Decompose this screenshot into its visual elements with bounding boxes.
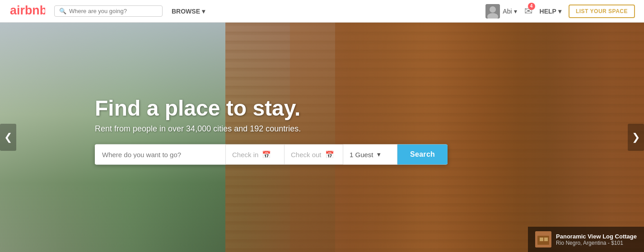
search-form: Check in 📅 Check out 📅 1 Guest ▾ Search (95, 144, 448, 164)
checkin-field[interactable]: Check in 📅 (226, 144, 285, 164)
help-chevron-icon: ▾ (558, 8, 561, 15)
checkin-label: Check in (232, 150, 258, 158)
hero-section: ❮ ❯ Find a place to stay. Rent from peop… (0, 23, 644, 252)
navbar: airbnb 🔍 BROWSE ▾ Abi ▾ ✉ 4 (0, 0, 644, 23)
prev-slide-button[interactable]: ❮ (0, 124, 16, 151)
checkin-calendar-icon: 📅 (262, 150, 271, 159)
guest-label: 1 Guest (350, 150, 373, 158)
svg-rect-7 (544, 238, 548, 241)
caption-text: Panoramic View Log Cottage Rio Negro, Ar… (556, 233, 637, 246)
navbar-search-input[interactable] (69, 8, 158, 14)
browse-label: BROWSE (172, 8, 200, 15)
user-chevron-icon: ▾ (514, 8, 517, 15)
user-name-label: Abi ▾ (503, 8, 517, 15)
checkout-label: Check out (291, 150, 322, 158)
search-icon: 🔍 (59, 8, 66, 14)
right-arrow-icon: ❯ (632, 131, 640, 143)
svg-text:airbnb: airbnb (10, 4, 45, 17)
navbar-search-bar[interactable]: 🔍 (54, 5, 163, 17)
browse-chevron-icon: ▾ (202, 8, 205, 15)
property-location-price: Rio Negro, Argentina - $101 (556, 240, 637, 246)
checkout-calendar-icon: 📅 (325, 150, 334, 159)
help-button[interactable]: HELP ▾ (540, 8, 561, 15)
logo[interactable]: airbnb (9, 4, 45, 19)
search-button[interactable]: Search (397, 144, 448, 164)
hero-title: Find a place to stay. (95, 97, 448, 121)
checkout-field[interactable]: Check out 📅 (285, 144, 343, 164)
svg-rect-6 (540, 238, 543, 241)
nav-right: Abi ▾ ✉ 4 HELP ▾ LIST YOUR SPACE (485, 4, 635, 19)
left-arrow-icon: ❮ (4, 131, 12, 143)
svg-point-2 (490, 6, 496, 13)
browse-button[interactable]: BROWSE ▾ (172, 8, 205, 15)
user-menu[interactable]: Abi ▾ (485, 4, 517, 19)
avatar (485, 4, 500, 19)
guest-selector[interactable]: 1 Guest ▾ (343, 144, 397, 164)
property-name: Panoramic View Log Cottage (556, 233, 637, 240)
next-slide-button[interactable]: ❯ (628, 124, 644, 151)
hero-subtitle: Rent from people in over 34,000 cities a… (95, 124, 448, 133)
list-your-space-button[interactable]: LIST YOUR SPACE (569, 5, 635, 18)
messages-button[interactable]: ✉ 4 (524, 5, 532, 17)
guest-chevron-icon: ▾ (377, 150, 381, 159)
destination-input[interactable] (95, 144, 226, 164)
hero-content: Find a place to stay. Rent from people i… (95, 97, 448, 165)
messages-badge: 4 (528, 3, 535, 10)
property-caption[interactable]: Panoramic View Log Cottage Rio Negro, Ar… (528, 227, 644, 252)
caption-thumbnail (535, 231, 551, 247)
